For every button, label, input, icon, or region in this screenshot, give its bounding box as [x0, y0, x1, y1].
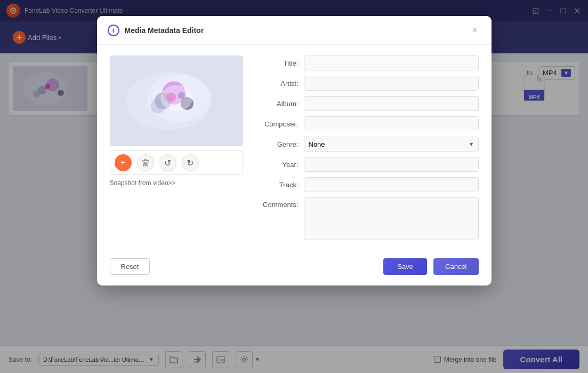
cancel-button[interactable]: Cancel — [433, 258, 478, 275]
modal-header: i Media Metadata Editor × — [97, 16, 492, 45]
reset-button[interactable]: Reset — [110, 258, 150, 275]
image-delete-button[interactable] — [137, 154, 154, 171]
album-row: Album: — [256, 96, 479, 111]
modal-footer: Reset Save Cancel — [97, 251, 492, 285]
composer-label: Composer: — [256, 120, 299, 128]
metadata-editor-modal: i Media Metadata Editor × — [97, 16, 492, 285]
title-row: Title: — [256, 55, 479, 70]
genre-select[interactable]: None Pop Rock Jazz Classical Electronic … — [304, 137, 479, 152]
track-input[interactable] — [304, 177, 479, 192]
track-label: Track: — [256, 181, 299, 189]
genre-row: Genre: None Pop Rock Jazz Classical Elec… — [256, 137, 479, 152]
image-controls: + ↺ ↻ — [110, 150, 243, 175]
artist-input[interactable] — [304, 76, 479, 91]
year-row: Year: — [256, 157, 479, 172]
modal-form: Title: Artist: Album: Composer: Genre: — [256, 55, 479, 240]
year-input[interactable] — [304, 157, 479, 172]
composer-row: Composer: — [256, 116, 479, 131]
comments-label: Comments: — [256, 197, 299, 209]
album-label: Album: — [256, 100, 299, 108]
comments-textarea[interactable] — [304, 197, 479, 240]
snapshot-link[interactable]: Snapshot from video>> — [110, 179, 243, 187]
artist-label: Artist: — [256, 80, 299, 88]
svg-point-26 — [160, 85, 192, 112]
image-preview — [110, 55, 243, 146]
modal-title: Media Metadata Editor — [125, 26, 463, 35]
title-input[interactable] — [304, 55, 479, 70]
comments-row: Comments: — [256, 197, 479, 240]
modal-left-panel: + ↺ ↻ Snapshot from video>> — [110, 55, 243, 240]
modal-info-icon: i — [108, 25, 119, 36]
save-button[interactable]: Save — [383, 258, 427, 275]
artist-row: Artist: — [256, 76, 479, 91]
modal-close-button[interactable]: × — [469, 23, 481, 37]
year-label: Year: — [256, 161, 299, 169]
image-add-button[interactable]: + — [115, 154, 132, 171]
modal-body: + ↺ ↻ Snapshot from video>> — [97, 45, 492, 251]
genre-select-wrapper: None Pop Rock Jazz Classical Electronic … — [304, 137, 479, 152]
album-input[interactable] — [304, 96, 479, 111]
image-redo-button[interactable]: ↻ — [182, 154, 199, 171]
image-undo-button[interactable]: ↺ — [159, 154, 176, 171]
composer-input[interactable] — [304, 116, 479, 131]
genre-label: Genre: — [256, 140, 299, 148]
app-window: FoneLab Video Converter Ultimate ⊡ ─ □ ✕… — [0, 0, 588, 373]
title-label: Title: — [256, 59, 299, 67]
track-row: Track: — [256, 177, 479, 192]
